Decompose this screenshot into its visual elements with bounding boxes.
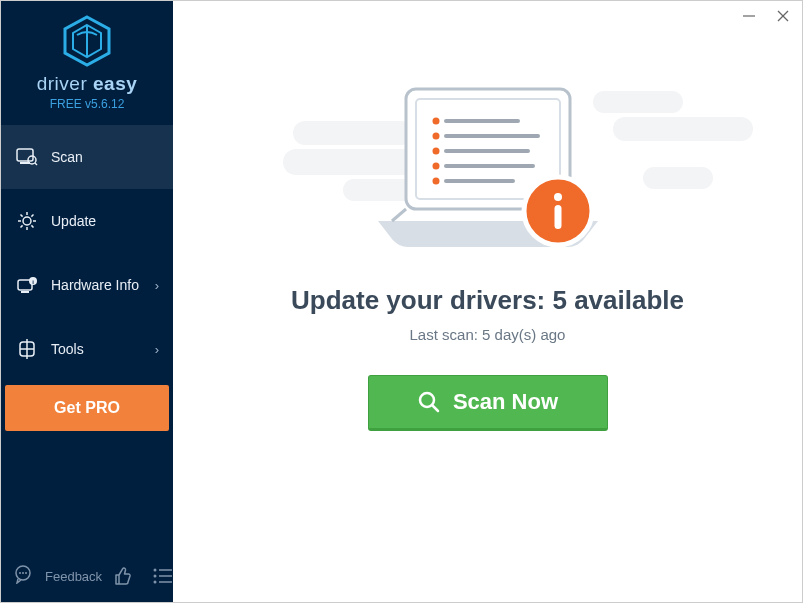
chevron-right-icon: › xyxy=(155,278,159,293)
app-logo-icon xyxy=(59,15,115,67)
svg-point-28 xyxy=(25,572,27,574)
svg-point-44 xyxy=(432,148,439,155)
svg-line-6 xyxy=(35,163,37,165)
get-pro-button[interactable]: Get PRO xyxy=(5,385,169,431)
last-scan-text: Last scan: 5 day(s) ago xyxy=(173,326,802,343)
svg-point-27 xyxy=(22,572,24,574)
svg-rect-54 xyxy=(554,205,561,229)
svg-line-14 xyxy=(21,225,23,227)
laptop-illustration-icon xyxy=(358,81,618,271)
svg-point-7 xyxy=(23,217,31,225)
svg-point-29 xyxy=(154,569,157,572)
svg-line-56 xyxy=(432,405,438,411)
close-button[interactable] xyxy=(774,7,792,25)
brand-name: driver easy xyxy=(1,73,173,95)
sidebar-item-label: Scan xyxy=(51,149,83,165)
svg-point-53 xyxy=(554,193,562,201)
scan-now-button[interactable]: Scan Now xyxy=(368,375,608,431)
feedback-label[interactable]: Feedback xyxy=(45,569,102,584)
scan-icon xyxy=(15,145,39,169)
sidebar-item-tools[interactable]: Tools › xyxy=(1,317,173,381)
thumbs-up-icon[interactable] xyxy=(112,565,134,587)
gear-icon xyxy=(15,209,39,233)
svg-point-30 xyxy=(154,575,157,578)
sidebar-item-label: Hardware Info xyxy=(51,277,139,293)
svg-point-42 xyxy=(432,133,439,140)
sidebar: driver easy FREE v5.6.12 Scan Update i xyxy=(1,1,173,602)
sidebar-item-label: Update xyxy=(51,213,96,229)
headline-text: Update your drivers: 5 available xyxy=(173,285,802,316)
svg-point-26 xyxy=(19,572,21,574)
sidebar-nav: Scan Update i Hardware Info › Tools xyxy=(1,125,173,381)
hardware-icon: i xyxy=(15,273,39,297)
illustration-area xyxy=(173,71,802,281)
sidebar-item-scan[interactable]: Scan xyxy=(1,125,173,189)
main-pane: Update your drivers: 5 available Last sc… xyxy=(173,1,802,602)
svg-rect-17 xyxy=(21,291,29,293)
chevron-right-icon: › xyxy=(155,342,159,357)
sidebar-footer: Feedback xyxy=(1,554,173,602)
menu-list-icon[interactable] xyxy=(152,567,174,585)
svg-point-48 xyxy=(432,178,439,185)
svg-line-12 xyxy=(21,215,23,217)
search-icon xyxy=(417,390,441,414)
svg-point-31 xyxy=(154,581,157,584)
cta-label: Scan Now xyxy=(453,389,558,415)
sidebar-item-update[interactable]: Update xyxy=(1,189,173,253)
minimize-button[interactable] xyxy=(740,7,758,25)
sidebar-item-label: Tools xyxy=(51,341,84,357)
svg-line-13 xyxy=(31,225,33,227)
logo-area: driver easy FREE v5.6.12 xyxy=(1,1,173,119)
window-controls xyxy=(740,7,792,25)
version-label: FREE v5.6.12 xyxy=(1,97,173,111)
svg-point-40 xyxy=(432,118,439,125)
svg-line-50 xyxy=(392,209,406,221)
svg-rect-3 xyxy=(17,149,33,161)
feedback-icon[interactable] xyxy=(13,564,33,588)
svg-line-15 xyxy=(31,215,33,217)
tools-icon xyxy=(15,337,39,361)
sidebar-item-hardware[interactable]: i Hardware Info › xyxy=(1,253,173,317)
svg-point-46 xyxy=(432,163,439,170)
